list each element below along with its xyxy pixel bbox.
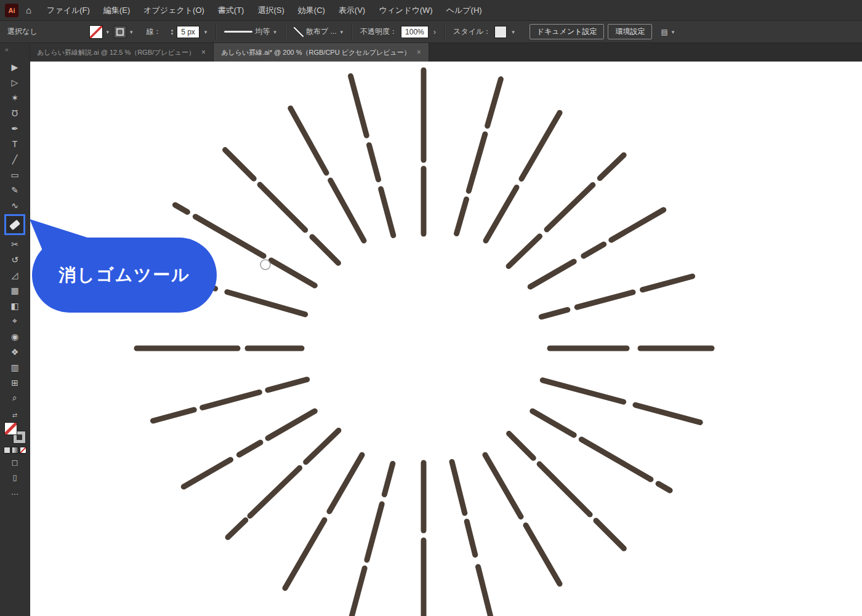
magic-wand-tool[interactable]: ✶ [4,90,26,105]
eraser-icon [9,219,20,230]
fill-none-swatch[interactable] [89,25,103,39]
sunburst-ray-segment [367,504,382,560]
sunburst-ray-segment [600,155,624,178]
home-icon[interactable]: ⌂ [26,5,31,15]
menu-bar: Ai ⌂ ファイル(F)編集(E)オブジェクト(O)書式(T)選択(S)効果(C… [0,0,862,21]
sunburst-ray-segment [369,145,379,180]
sunburst-ray-segment [195,217,264,256]
divider [352,25,353,39]
none-button[interactable] [20,447,26,454]
document-tab-2[interactable]: あしらい罫線.ai* @ 200 %（RGB/CPU ピクセルプレビュー）× [214,43,429,62]
brush-dropdown[interactable]: 散布ブ ... ▾ [294,26,344,37]
document-setup-button[interactable]: ドキュメント設定 [530,24,605,39]
sunburst-ray-segment [581,439,651,479]
chevron-down-icon[interactable]: ▾ [105,29,111,35]
fill-color-control[interactable]: ▾ [89,25,111,39]
sunburst-ray-segment [584,244,604,256]
stroke-profile-dropdown[interactable]: 均等 ▾ [224,26,278,37]
stroke-width-input[interactable]: 5 px [177,26,199,38]
style-swatch[interactable] [494,26,507,38]
sunburst-ray-segment [539,464,590,514]
stepper-down-icon[interactable]: ▾ [171,32,174,36]
eyedropper-tool[interactable]: ⌖ [4,313,26,329]
chevron-down-icon[interactable]: ▾ [510,29,516,35]
sunburst-ray-segment [227,292,305,314]
color-button[interactable] [4,447,10,454]
stroke-profile-label: 均等 [255,26,270,37]
toolbar-expand-icon[interactable]: » [0,43,9,59]
document-canvas[interactable] [30,62,862,616]
sunburst-ray-segment [509,434,534,458]
fill-none-indicator[interactable] [4,422,17,435]
chevron-right-icon[interactable]: › [432,27,437,36]
sunburst-svg [30,62,862,616]
rectangle-tool[interactable]: ▭ [4,167,26,182]
gradient-tool[interactable]: ◧ [4,298,26,313]
menu-item-type[interactable]: 書式(T) [211,5,251,16]
sunburst-ray-segment [239,442,260,455]
stroke-color-control[interactable]: ▾ [114,26,134,38]
zoom-tool[interactable]: ⌕ [4,390,26,406]
chevron-down-icon[interactable]: ▾ [203,29,209,35]
illustrator-app-icon[interactable]: Ai [5,4,18,17]
menu-item-help[interactable]: ヘルプ(H) [440,5,489,16]
sunburst-ray-segment [312,237,338,263]
chevron-down-icon[interactable]: ▾ [272,29,278,35]
swap-fill-stroke-icon[interactable]: ⇄ [12,412,17,418]
stroke-width-value: 5 px [181,28,195,36]
tab-close-icon[interactable]: × [201,48,206,57]
scale-tool[interactable]: ◿ [4,267,26,282]
paintbrush-tool[interactable]: ✎ [4,182,26,198]
sunburst-ray-segment [509,236,539,266]
chevron-down-icon[interactable]: ▾ [129,29,134,35]
draw-mode-icon[interactable]: ◻ [12,457,18,468]
menu-item-window[interactable]: ウィンドウ(W) [372,5,439,16]
preferences-button[interactable]: 環境設定 [608,24,652,39]
opacity-input[interactable]: 100% [401,26,429,38]
selection-tool[interactable]: ▶ [4,59,26,74]
menu-item-effect[interactable]: 効果(C) [291,5,332,16]
pencil-tool[interactable]: ∿ [4,198,26,213]
type-tool[interactable]: T [4,136,26,151]
chevron-down-icon[interactable]: ▾ [671,29,676,35]
graph-tool[interactable]: ▥ [4,359,26,375]
pen-tool[interactable]: ✒ [4,121,26,136]
sunburst-ray-segment [485,455,521,517]
lasso-tool[interactable]: Ʊ [4,105,26,121]
mesh-tool[interactable]: ▦ [4,282,26,298]
style-label: スタイル： [453,26,491,37]
stroke-swatch[interactable] [114,26,126,38]
scissors-tool[interactable]: ✂ [4,236,26,252]
symbol-sprayer-tool[interactable]: ❖ [4,344,26,359]
direct-selection-tool[interactable]: ▷ [4,74,26,90]
fill-stroke-indicator[interactable] [4,422,25,443]
workspace-switcher[interactable]: ▤ ▾ [661,28,675,36]
stroke-label: 線： [147,26,161,37]
opacity-value: 100% [405,28,424,36]
menu-item-view[interactable]: 表示(V) [332,5,372,16]
sunburst-ray-segment [175,205,187,212]
document-tab-1[interactable]: あしらい罫線解説.ai @ 12.5 %（RGB/プレビュー）× [30,43,214,62]
menu-item-file[interactable]: ファイル(F) [40,5,97,16]
chevron-down-icon[interactable]: ▾ [339,29,345,35]
shape-builder-tool[interactable]: ◉ [4,329,26,344]
artboard-tool[interactable]: ⊞ [4,375,26,390]
divider [216,25,217,39]
sunburst-ray-segment [452,462,465,513]
rotate-tool[interactable]: ↺ [4,252,26,267]
sunburst-ray-segment [596,521,624,548]
edit-toolbar-icon[interactable]: … [11,487,19,498]
menu-item-edit[interactable]: 編集(E) [97,5,137,16]
gradient-button[interactable] [12,447,18,454]
sunburst-ray-segment [381,189,393,235]
line-segment-tool[interactable]: ╱ [4,151,26,167]
eraser-tool[interactable] [4,214,25,235]
stroke-width-stepper[interactable]: ▴ ▾ [171,28,174,36]
control-bar: 選択なし ▾ ▾ 線： ▴ ▾ 5 px ▾ 均等 ▾ 散布ブ ... ▾ 不透… [0,21,862,43]
menu-item-select[interactable]: 選択(S) [251,5,291,16]
sunburst-ray-segment [203,392,260,407]
screen-mode-icon[interactable]: ▯ [12,472,17,483]
menu-item-object[interactable]: オブジェクト(O) [137,5,211,16]
sunburst-ray-segment [541,310,568,316]
tab-close-icon[interactable]: × [417,48,421,57]
